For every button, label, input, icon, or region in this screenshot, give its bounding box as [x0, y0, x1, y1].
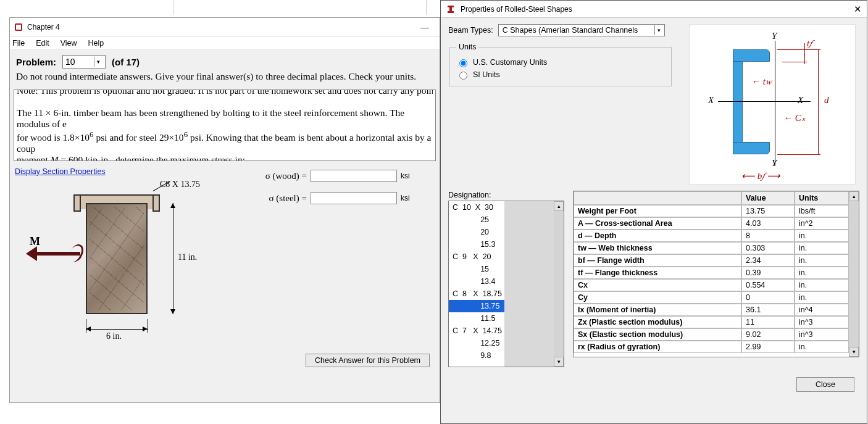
beam-figure: C8 X 13.75 11 in. 6 in. M [15, 176, 237, 349]
table-row: Cx0.554in. [574, 279, 849, 291]
titlebar: Chapter 4 — [10, 18, 440, 36]
prop-name: Cx [574, 279, 741, 291]
prop-value: 11 [741, 316, 795, 328]
menu-help[interactable]: Help [88, 39, 104, 48]
check-answer-button[interactable]: Check Answer for this Problem [306, 354, 430, 367]
prop-name: d — Depth [574, 230, 741, 242]
prop-name: Sx (Elastic section modulus) [574, 328, 741, 341]
beam-types-label: Beam Types: [448, 26, 493, 35]
sigma-wood-label: σ (wood) = [248, 171, 307, 181]
props-window-title: Properties of Rolled-Steel Shapes [461, 5, 572, 14]
sigma-wood-input[interactable] [311, 170, 397, 182]
prop-units: in. [795, 254, 849, 267]
prop-units: in. [795, 279, 849, 291]
problem-dropdown[interactable]: 10 ▾ [62, 55, 106, 69]
list-item[interactable]: 20 [449, 226, 504, 238]
prop-name: bf — Flange width [574, 254, 741, 267]
list-item[interactable]: 12.25 [449, 337, 504, 349]
prop-name: A — Cross-sectional Area [574, 217, 741, 230]
list-item[interactable]: C 10 X 30 [449, 201, 504, 214]
prop-units: lbs/ft [795, 205, 849, 217]
list-item[interactable]: C 8 X 18.75 [449, 288, 504, 300]
prop-value: 2.99 [741, 341, 795, 353]
prop-units: in^2 [795, 217, 849, 230]
ptext-1: The 11 × 6-in. timber beam has been stre… [17, 107, 433, 130]
c-shape-icon [733, 49, 777, 154]
close-icon[interactable]: ✕ [854, 4, 862, 15]
tw-label: ← t𝑤 [751, 77, 772, 87]
d-label: d [824, 95, 829, 106]
radio-us-units[interactable] [459, 59, 467, 67]
X-left-label: X [708, 95, 714, 106]
figure-panel: Display Section Properties C8 X 13.75 11… [15, 167, 243, 349]
minimize-button[interactable]: — [414, 22, 436, 32]
scroll-down-icon[interactable]: ▾ [849, 347, 859, 357]
table-row: tw — Web thickness0.303in. [574, 242, 849, 254]
timber-block [86, 203, 148, 314]
problem-text-box: Note: This problem is optional and not g… [14, 89, 436, 161]
table-scrollbar[interactable]: ▴ ▾ [849, 191, 859, 357]
scrollbar[interactable]: ▴ ▾ [554, 201, 564, 367]
problem-selector-row: Problem: 10 ▾ (of 17) [10, 50, 440, 71]
prop-name: Weight per Foot [574, 205, 741, 217]
bf-label: ⟵ b𝑓 ⟶ [741, 170, 780, 181]
prop-units: in. [795, 242, 849, 254]
prop-units: in. [795, 230, 849, 242]
menubar: File Edit View Help [10, 36, 440, 50]
ptext-2: for wood is 1.8×106 psi and for steel 29… [17, 130, 433, 154]
beam-type-dropdown[interactable]: C Shapes (Amerian Standard Channels ▾ [498, 24, 665, 36]
units-group: Units U.S. Customary Units SI Units [449, 43, 672, 86]
prop-name: Ix (Moment of inertia) [574, 304, 741, 316]
properties-table: Value Units Weight per Foot13.75lbs/ftA … [573, 191, 859, 357]
prop-units: in. [795, 267, 849, 279]
width-label: 6 in. [106, 331, 122, 341]
list-item[interactable]: 15 [449, 263, 504, 275]
prop-value: 0.303 [741, 242, 795, 254]
menu-view[interactable]: View [61, 39, 77, 48]
chevron-down-icon: ▾ [654, 25, 663, 35]
sigma-steel-label: σ (steel) = [248, 193, 307, 204]
prop-value: 8 [741, 230, 795, 242]
designation-label: Designation: [448, 191, 567, 199]
listbox-pad [504, 201, 554, 367]
height-label: 11 in. [178, 252, 197, 262]
list-item[interactable]: 13.4 [449, 275, 504, 288]
prop-units: in^3 [795, 316, 849, 328]
table-row: rx (Radius of gyration)2.99in. [574, 341, 849, 353]
list-item[interactable]: 11.5 [449, 312, 504, 325]
list-item[interactable]: 25 [449, 214, 504, 226]
unit-wood: ksi [401, 172, 410, 180]
scroll-down-icon[interactable]: ▾ [554, 357, 564, 367]
menu-file[interactable]: File [12, 39, 25, 48]
list-item[interactable]: 13.75 [449, 300, 504, 312]
prop-value: 36.1 [741, 304, 795, 316]
prop-units: in^3 [795, 328, 849, 341]
list-item[interactable]: 9.8 [449, 349, 504, 362]
scroll-up-icon[interactable]: ▴ [554, 201, 564, 211]
radio-si-units[interactable] [459, 72, 467, 80]
prop-value: 0.554 [741, 279, 795, 291]
units-legend: Units [456, 43, 478, 51]
prop-name: Cy [574, 291, 741, 304]
prop-value: 0.39 [741, 267, 795, 279]
moment-arrow-icon [26, 249, 80, 259]
prop-name: tf — Flange thickness [574, 267, 741, 279]
display-section-link[interactable]: Display Section Properties [15, 167, 106, 176]
close-button[interactable]: Close [796, 377, 854, 392]
svg-rect-4 [448, 11, 454, 13]
list-item[interactable]: C 9 X 20 [449, 251, 504, 263]
menu-edit[interactable]: Edit [36, 39, 49, 48]
chapter-window: Chapter 4 — File Edit View Help Problem:… [9, 17, 440, 403]
sigma-steel-input[interactable] [311, 192, 397, 204]
scroll-up-icon[interactable]: ▴ [849, 191, 859, 201]
table-row: Sx (Elastic section modulus)9.02in^3 [574, 328, 849, 341]
radio-si-label: SI Units [473, 70, 500, 79]
list-item[interactable]: C 7 X 14.75 [449, 325, 504, 337]
Y-top-label: Y [772, 31, 777, 41]
table-row: d — Depth8in. [574, 230, 849, 242]
list-item[interactable]: 15.3 [449, 238, 504, 251]
col-blank [574, 191, 741, 205]
designation-listbox[interactable]: C 10 X 30 25 20 15.3C 9 X 20 15 13.4C 8 … [448, 201, 564, 367]
table-row: A — Cross-sectional Area4.03in^2 [574, 217, 849, 230]
note-clipped: Note: This problem is optional and not g… [17, 89, 433, 96]
